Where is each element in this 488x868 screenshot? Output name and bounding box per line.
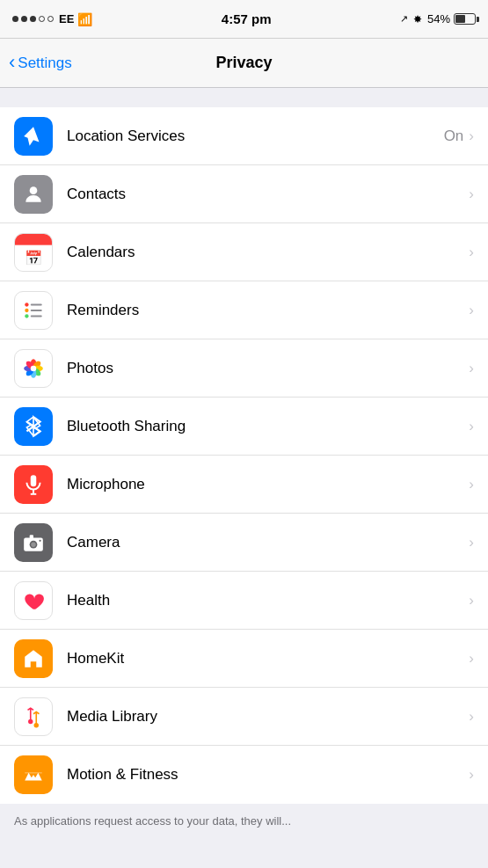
dot5 [47, 16, 54, 22]
status-bar: EE 📶 4:57 pm ↗ ✸ 54% [0, 0, 488, 39]
health-content: Health › [67, 572, 474, 629]
camera-right: › [469, 534, 474, 551]
camera-row[interactable]: Camera › [0, 514, 488, 572]
homekit-svg [22, 647, 45, 670]
reminders-icon [14, 291, 53, 330]
svg-point-7 [25, 314, 28, 317]
reminders-right: › [469, 302, 474, 319]
bottom-note-text: As applications request access to your d… [14, 814, 291, 828]
status-left: EE 📶 [12, 12, 92, 26]
location-arrow-icon: ↗ [400, 13, 408, 25]
bluetooth-sharing-row[interactable]: Bluetooth Sharing › [0, 398, 488, 456]
camera-svg [22, 531, 45, 554]
status-time: 4:57 pm [222, 11, 272, 26]
bluetooth-sharing-label: Bluetooth Sharing [67, 418, 186, 435]
media-library-svg [22, 705, 45, 728]
svg-rect-20 [31, 475, 37, 486]
microphone-svg [22, 473, 45, 496]
health-label: Health [67, 592, 110, 609]
back-label: Settings [18, 55, 71, 72]
location-arrow-svg [22, 125, 45, 148]
page-title: Privacy [215, 54, 272, 72]
motion-fitness-chevron: › [469, 766, 474, 784]
location-services-content: Location Services On › [67, 107, 474, 164]
reminders-row[interactable]: Reminders › [0, 281, 488, 339]
camera-chevron: › [469, 534, 474, 551]
contacts-icon [14, 175, 53, 214]
photos-label: Photos [67, 360, 113, 377]
camera-label: Camera [67, 534, 120, 551]
dot2 [21, 16, 27, 22]
media-library-chevron: › [469, 708, 474, 726]
bluetooth-sharing-chevron: › [469, 418, 474, 435]
media-library-right: › [469, 708, 474, 726]
dot3 [30, 16, 36, 22]
location-services-icon [14, 117, 53, 156]
bluetooth-sharing-content: Bluetooth Sharing › [67, 398, 474, 455]
svg-point-29 [34, 723, 39, 727]
health-right: › [469, 592, 474, 609]
contacts-svg [22, 183, 45, 206]
location-services-chevron: › [469, 128, 474, 145]
calendars-label: Calendars [67, 244, 135, 261]
location-services-row[interactable]: Location Services On › [0, 107, 488, 165]
reminders-chevron: › [469, 302, 474, 319]
svg-point-28 [28, 718, 33, 723]
calendars-row[interactable]: 📅 Calendars › [0, 223, 488, 281]
health-chevron: › [469, 592, 474, 609]
camera-content: Camera › [67, 514, 474, 571]
contacts-right: › [469, 186, 474, 203]
bottom-note: As applications request access to your d… [0, 804, 488, 839]
media-library-label: Media Library [67, 708, 157, 726]
calendars-right: › [469, 244, 474, 261]
microphone-label: Microphone [67, 476, 145, 493]
svg-rect-26 [30, 535, 33, 538]
motion-fitness-svg [22, 763, 45, 786]
homekit-row[interactable]: HomeKit › [0, 630, 488, 688]
photos-icon [14, 349, 53, 388]
back-button[interactable]: ‹ Settings [9, 54, 72, 72]
svg-rect-10 [31, 315, 42, 317]
media-library-row[interactable]: Media Library › [0, 688, 488, 746]
svg-rect-8 [31, 303, 42, 305]
wifi-icon: 📶 [77, 12, 92, 26]
homekit-right: › [469, 650, 474, 667]
calendar-svg: 📅 [15, 233, 52, 272]
health-icon [14, 581, 53, 620]
homekit-content: HomeKit › [67, 630, 474, 687]
svg-point-25 [31, 542, 35, 546]
carrier-label: EE [59, 12, 74, 26]
bluetooth-icon: ✸ [413, 13, 422, 26]
media-library-content: Media Library › [67, 688, 474, 745]
section-gap [0, 88, 488, 107]
svg-rect-3 [15, 242, 52, 244]
location-services-value: On [444, 128, 464, 145]
motion-fitness-row[interactable]: Motion & Fitness › [0, 746, 488, 804]
contacts-row[interactable]: Contacts › [0, 165, 488, 223]
photos-content: Photos › [67, 339, 474, 397]
contacts-content: Contacts › [67, 165, 474, 222]
photos-row[interactable]: Photos › [0, 339, 488, 398]
microphone-row[interactable]: Microphone › [0, 456, 488, 514]
motion-fitness-icon [14, 755, 53, 794]
contacts-label: Contacts [67, 186, 126, 203]
battery-percent: 54% [427, 12, 450, 26]
location-services-right: On › [444, 128, 474, 145]
calendars-icon: 📅 [14, 233, 53, 272]
back-chevron-icon: ‹ [9, 53, 15, 72]
nav-bar: ‹ Settings Privacy [0, 39, 488, 88]
health-row[interactable]: Health › [0, 572, 488, 630]
microphone-chevron: › [469, 476, 474, 493]
health-svg [22, 589, 45, 612]
svg-rect-27 [40, 539, 41, 541]
camera-icon [14, 523, 53, 562]
bluetooth-svg [22, 415, 45, 438]
svg-point-0 [30, 186, 38, 194]
contacts-chevron: › [469, 186, 474, 203]
battery-container: 54% [427, 12, 476, 26]
homekit-icon [14, 639, 53, 678]
photos-svg [22, 357, 45, 380]
homekit-chevron: › [469, 650, 474, 667]
svg-point-19 [31, 365, 37, 371]
reminders-label: Reminders [67, 302, 139, 319]
